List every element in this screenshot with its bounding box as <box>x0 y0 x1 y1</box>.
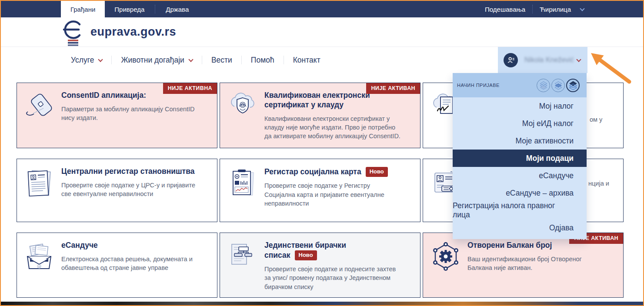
screenshot-frame: Грађани Привреда Држава Подешавања Ћирил… <box>0 0 644 306</box>
top-bar: Грађани Привреда Држава Подешавања Ћирил… <box>1 1 643 17</box>
login-method-label: НАЧИН ПРИЈАВЕ <box>457 83 500 88</box>
menu-item-legal-entity-registration[interactable]: Регистрација налога правног лица <box>453 202 587 219</box>
card-title: еСандуче <box>61 241 198 250</box>
menu-item-my-data[interactable]: Моји подаци <box>453 150 587 167</box>
status-badge: НИЈЕ АКТИВАН <box>366 83 420 94</box>
card-description: Ваш идентификациони број Отвореног Балка… <box>467 255 604 273</box>
audience-tabs: Грађани Привреда Држава <box>61 1 198 17</box>
mobile-app-icon <box>22 92 57 148</box>
menu-item-logout[interactable]: Одјава <box>453 219 587 236</box>
nav-item-help[interactable]: Помоћ <box>242 56 284 65</box>
status-badge: НИЈЕ АКТИВНА <box>163 83 217 94</box>
chevron-down-icon <box>188 57 193 62</box>
open-balkan-icon <box>428 242 463 297</box>
user-menu-toggle[interactable]: Nikola Knežević <box>498 47 587 73</box>
chevron-down-icon <box>576 57 581 62</box>
visible-text-fragment: ом у <box>590 116 602 123</box>
layers-level-2-icon[interactable] <box>551 79 565 92</box>
card-social-card-register[interactable]: Регистар социјална картаНово Проверите с… <box>220 159 420 222</box>
mailbox-icon: @ <box>22 242 57 297</box>
chevron-down-icon <box>98 57 103 62</box>
new-badge: Ново <box>366 167 388 177</box>
settings-link[interactable]: Подешавања <box>479 6 531 13</box>
euprava-e-icon <box>61 18 83 47</box>
new-badge: Ново <box>295 250 317 260</box>
card-einbox[interactable]: @ еСандуче Електронска достава решења, д… <box>17 233 217 298</box>
card-title: Централни регистар становништва <box>61 167 198 176</box>
cut-off-footer-strip <box>1 302 643 305</box>
nav-label: Помоћ <box>251 56 274 65</box>
nav-label: Контакт <box>293 56 320 65</box>
card-description: Проверите своје податке у Регистру Социј… <box>264 181 401 208</box>
nav-item-services[interactable]: Услуге <box>62 56 111 65</box>
nav-item-news[interactable]: Вести <box>202 56 241 65</box>
cloud-fingerprint-icon <box>225 92 260 148</box>
card-cloud-certificate[interactable]: НИЈЕ АКТИВАН Квалификован електронски се… <box>220 83 420 148</box>
layers-level-1-icon[interactable] <box>537 79 550 92</box>
user-avatar-icon <box>504 53 518 67</box>
documents-icon <box>22 168 57 222</box>
card-description: Електронска достава решења, докумената и… <box>61 255 198 273</box>
user-name: Nikola Knežević <box>524 56 574 64</box>
euprava-logo[interactable]: euprava.gov.rs <box>61 18 176 47</box>
menu-item-einbox[interactable]: еСандуче <box>453 167 587 184</box>
card-consentid[interactable]: НИЈЕ АКТИВНА ConsentID апликација: Парам… <box>17 83 217 148</box>
card-open-balkan-number[interactable]: НИЈЕ АКТИВАН <box>423 233 624 298</box>
card-voters-list[interactable]: Јединствени бирачки списакНово Проверите… <box>220 233 420 298</box>
divider <box>155 5 155 13</box>
tab-business[interactable]: Привреда <box>105 1 154 17</box>
clipboard-chart-icon <box>225 168 260 222</box>
nav-label: Услуге <box>71 56 94 65</box>
menu-item-my-eid-account[interactable]: Мој еИД налог <box>453 115 587 132</box>
card-description: Проверите своје податке у ЦРС-у и пријав… <box>61 181 198 199</box>
menu-item-my-account[interactable]: Мој налог <box>453 97 587 115</box>
layers-level-3-icon-selected[interactable] <box>566 79 580 92</box>
chevron-down-icon[interactable] <box>580 6 584 11</box>
menu-item-einbox-archive[interactable]: еСандуче – архива <box>453 184 587 202</box>
tab-label: Грађани <box>70 6 95 13</box>
visible-text-fragment: нција и <box>588 180 609 187</box>
login-level-icons <box>537 79 580 92</box>
card-description: Квалификовани електронски сертификат у к… <box>264 114 401 141</box>
menu-item-my-activities[interactable]: Моје активности <box>453 132 587 150</box>
tab-label: Привреда <box>114 6 144 13</box>
nav-item-life-events[interactable]: Животни догађаји <box>112 56 202 65</box>
header: euprava.gov.rs <box>1 17 643 47</box>
language-selector[interactable]: Ћирилица <box>534 6 577 13</box>
card-title: Јединствени бирачки списакНово <box>264 241 354 260</box>
login-method-header: НАЧИН ПРИЈАВЕ <box>453 73 587 97</box>
voters-list-icon <box>225 242 260 297</box>
tab-state[interactable]: Држава <box>156 1 198 17</box>
user-dropdown-menu: НАЧИН ПРИЈАВЕ <box>453 73 587 239</box>
card-title: Регистар социјална картаНово <box>264 167 401 177</box>
card-description: Проверите своје податке и поднесите захт… <box>264 265 401 291</box>
card-central-population-register[interactable]: Централни регистар становништва Проверит… <box>17 159 217 222</box>
topbar-right: Подешавања Ћирилица <box>479 1 587 17</box>
nav-label: Животни догађаји <box>121 56 184 65</box>
nav-item-contact[interactable]: Контакт <box>284 56 330 65</box>
card-description: Параметри за мобилну апликацију ConsentI… <box>61 105 198 123</box>
nav-label: Вести <box>211 56 232 65</box>
brand-domain: euprava.gov.rs <box>90 25 176 39</box>
divider <box>532 5 533 13</box>
tab-label: Држава <box>166 6 189 13</box>
svg-text:@: @ <box>37 264 41 269</box>
tab-citizens[interactable]: Грађани <box>61 1 105 17</box>
